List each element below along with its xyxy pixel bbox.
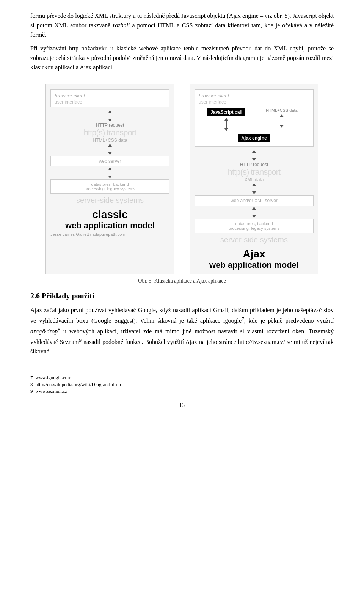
ajax-webserver-box: web and/or XML server bbox=[195, 195, 314, 206]
ajax-http-label: HTTP request bbox=[240, 162, 268, 167]
footnote-7-num: 7 bbox=[30, 375, 35, 380]
classic-html-css-label: HTML+CSS data bbox=[93, 138, 127, 143]
ajax-html-css-label: HTML+CSS data bbox=[266, 108, 297, 113]
ajax-user-interface-label: user interface bbox=[199, 99, 309, 105]
classic-transport-label: http(s) transport bbox=[84, 128, 136, 138]
classic-arrow-3 bbox=[108, 167, 112, 179]
footnote-9-num: 9 bbox=[30, 388, 35, 394]
section-heading: 2.6 Příklady použití bbox=[30, 292, 334, 300]
ajax-title-line1: Ajax bbox=[195, 248, 314, 260]
classic-diagram: browser client user interface HTTP reque… bbox=[46, 84, 174, 274]
page-number: 13 bbox=[30, 402, 334, 408]
figure-caption: Obr. 5: Klasická aplikace a Ajax aplikac… bbox=[30, 278, 334, 284]
ajax-browser-client-box: browser client user interface JavaScript… bbox=[195, 89, 314, 147]
classic-server-side-label: server-side systems bbox=[76, 196, 144, 205]
ajax-diagram: browser client user interface JavaScript… bbox=[190, 84, 318, 274]
classic-model-title: classic web application model bbox=[50, 209, 169, 231]
footnote-8-num: 8 bbox=[30, 381, 35, 387]
footnote-9-text: www.seznam.cz bbox=[35, 388, 67, 394]
ajax-title-line2: web application model bbox=[195, 260, 314, 270]
footnote-ref-7: 7 bbox=[242, 316, 244, 322]
footnote-9: 9 www.seznam.cz bbox=[30, 388, 334, 395]
classic-author-label: Jesse James Garrett / adaptivepath.com bbox=[50, 232, 169, 237]
classic-datastores-label: datastores, backendprocessing, legacy sy… bbox=[85, 182, 136, 191]
intro-paragraph-2: Při vyřizování http požadavku u klasické… bbox=[30, 44, 334, 72]
ajax-arrow-html bbox=[280, 114, 284, 128]
footnote-7: 7 www.igoogle.com bbox=[30, 374, 334, 381]
classic-title-line1: classic bbox=[50, 209, 169, 221]
classic-webserver-box: web server bbox=[50, 156, 169, 166]
classic-webserver-label: web server bbox=[99, 159, 121, 164]
classic-arrow-2 bbox=[108, 144, 112, 155]
ajax-transport-label: http(s) transport bbox=[228, 167, 280, 177]
ajax-arrow-js bbox=[224, 118, 228, 131]
ajax-arrow-1 bbox=[252, 150, 256, 161]
ajax-engine-box: Ajax engine bbox=[238, 134, 270, 142]
footnote-ref-8: 8 bbox=[58, 326, 60, 332]
classic-user-interface-label: user interface bbox=[55, 99, 165, 105]
classic-browser-client-box: browser client user interface bbox=[50, 89, 169, 107]
footnote-8-text: http://en.wikipedia.org/wiki/Drag-and-dr… bbox=[35, 381, 121, 387]
ajax-xml-data-label: XML data bbox=[245, 177, 264, 182]
ajax-webserver-label: web and/or XML server bbox=[231, 198, 278, 203]
classic-arrow-1 bbox=[108, 110, 112, 122]
footnote-ref-9: 9 bbox=[79, 337, 82, 343]
ajax-datastores-box: datastores, backendprocessing, legacy sy… bbox=[195, 219, 314, 233]
ajax-js-call-box: JavaScript call bbox=[207, 108, 245, 116]
section-paragraph-1: Ajax začal jako první používat vyhledáva… bbox=[30, 306, 334, 356]
classic-http-label: HTTP request bbox=[96, 122, 124, 128]
ajax-browser-client-label: browser client bbox=[199, 93, 229, 99]
ajax-model-title: Ajax web application model bbox=[195, 248, 314, 270]
footnote-7-text: www.igoogle.com bbox=[35, 375, 71, 380]
intro-paragraph-1: formu převede do logické XML struktury a… bbox=[30, 11, 334, 39]
classic-datastores-box: datastores, backendprocessing, legacy sy… bbox=[50, 179, 169, 194]
footnote-8: 8 http://en.wikipedia.org/wiki/Drag-and-… bbox=[30, 381, 334, 388]
ajax-datastores-label: datastores, backendprocessing, legacy sy… bbox=[229, 221, 280, 231]
ajax-arrow-3 bbox=[252, 207, 256, 218]
footnote-divider bbox=[30, 372, 87, 372]
diagrams-container: browser client user interface HTTP reque… bbox=[30, 84, 334, 274]
ajax-arrow-2 bbox=[252, 183, 256, 195]
classic-title-line2: web application model bbox=[50, 221, 169, 231]
classic-browser-client-label: browser client bbox=[55, 93, 85, 99]
ajax-server-side-label: server-side systems bbox=[220, 235, 288, 244]
